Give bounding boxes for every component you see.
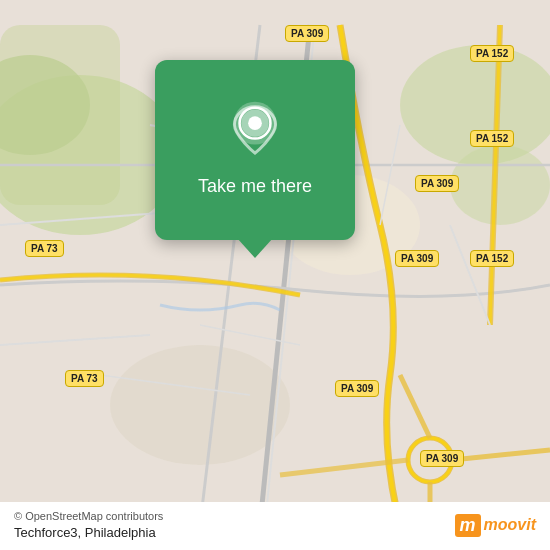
road-badge-pa152-lower: PA 152	[470, 250, 514, 267]
moovit-text: moovit	[484, 516, 536, 534]
popup-card[interactable]: Take me there	[155, 60, 355, 240]
svg-point-29	[248, 116, 262, 130]
road-badge-pa309-lower: PA 309	[335, 380, 379, 397]
svg-point-7	[110, 345, 290, 465]
location-label: Techforce3, Philadelphia	[14, 525, 163, 540]
road-badge-pa73-lower: PA 73	[65, 370, 104, 387]
road-badge-pa309-bottom: PA 309	[420, 450, 464, 467]
road-badge-pa152-top-right: PA 152	[470, 45, 514, 62]
road-badge-pa309-mid2: PA 309	[395, 250, 439, 267]
road-badge-pa309-mid-right: PA 309	[415, 175, 459, 192]
bottom-bar: © OpenStreetMap contributors Techforce3,…	[0, 502, 550, 550]
road-badge-pa309-top-left: PA 309	[285, 25, 329, 42]
svg-point-4	[450, 145, 550, 225]
location-pin-icon	[225, 100, 285, 160]
road-badge-pa152-mid-right: PA 152	[470, 130, 514, 147]
svg-rect-5	[0, 25, 120, 205]
moovit-logo: m moovit	[455, 514, 536, 537]
take-me-there-button[interactable]: Take me there	[190, 172, 320, 201]
moovit-m-icon: m	[455, 514, 481, 537]
map-container: PA 309PA 152PA 152PA 309PA 309PA 309PA 3…	[0, 0, 550, 550]
osm-attribution: © OpenStreetMap contributors	[14, 510, 163, 522]
road-badge-pa73-left: PA 73	[25, 240, 64, 257]
